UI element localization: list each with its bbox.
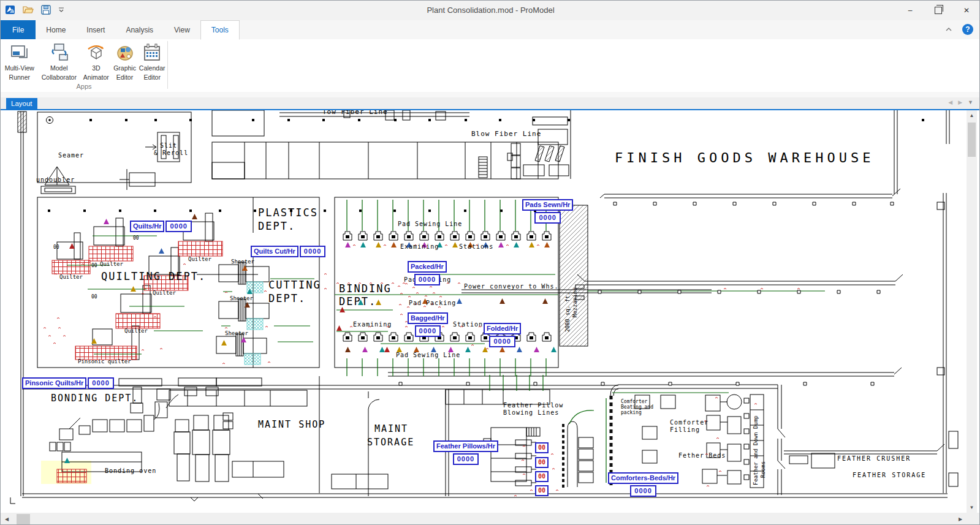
label-pinsonic-quilter: Pinsonic quilter [78,359,131,365]
layout-canvas[interactable]: Tow Fiber Line Blow Fiber Line Seamer un… [1,110,967,513]
label-quilting-dept: QUILTING DEPT. [101,271,206,282]
scroll-right-icon[interactable]: ▶ [954,513,967,525]
label-zeros: 00 [91,295,97,300]
restore-icon [935,7,942,14]
tab-scroll-right-icon[interactable]: ▶ [958,99,962,105]
help-button[interactable]: ? [962,24,973,35]
counter-quilts-cut-hr[interactable]: Quilts Cut/Hr 0000 [251,246,325,257]
label-mezzanine: 2000 sq. ft. [565,292,571,332]
label-comforter-filling: Filling [670,426,700,433]
app-label: Model [50,64,68,72]
tab-file[interactable]: File [1,20,36,39]
label-dump-rooms: Feather and Down Dump [753,415,759,485]
label-plastics-dept: DEPT. [258,221,295,232]
label-binding-dept: BINDING [339,283,392,295]
label-comforter-beating: packing [621,410,642,416]
counter-label: Bagged/Hr [408,312,448,324]
counter-label: Comforters-Beds/Hr [608,472,678,484]
tab-view[interactable]: View [164,20,200,39]
scroll-down-icon[interactable]: ▼ [967,502,977,513]
sheeter-pallets [245,282,263,364]
tab-analysis[interactable]: Analysis [115,20,164,39]
label-bonding-dept: BONDING DEPT. [51,393,139,404]
tab-insert[interactable]: Insert [76,20,115,39]
ribbon-body: Multi-View Runner Model Collaborator 3D … [1,39,980,93]
close-button[interactable]: ✕ [952,1,980,20]
coll apse-ribbon-icon[interactable] [945,26,952,32]
group-separator [167,41,168,89]
counter-feather-pillows-hr[interactable]: Feather Pillows/Hr 0000 [433,440,498,465]
tab-layout[interactable]: Layout [6,98,37,109]
counter-bagged-hr[interactable]: Bagged/Hr 0000 [408,312,448,337]
promodel-window: Plant Consolidation.mod - ProModel – ✕ F… [0,0,980,525]
counter-value: 0000 [300,246,325,257]
label-fether-beds: Fether Beds [678,452,726,459]
label-maint-storage: MAINT [374,424,408,434]
model-collaborator-icon [49,43,69,62]
vertical-scroll-thumb[interactable] [968,123,976,157]
label-feather-pillow: Blowing Lines [503,409,559,416]
counter-value: 0000 [165,221,191,232]
calendar-editor-icon [142,43,162,62]
counter-label: Folded/Hr [484,323,521,334]
label-tow-fiber-line: Tow Fiber Line [322,110,388,116]
label-examining: Examining [400,243,439,250]
label-sheeter: Sheeter [225,331,248,337]
horizontal-scroll-thumb[interactable] [17,514,30,524]
label-seamer: Seamer [58,152,84,159]
graphic-editor-icon [115,43,135,62]
label-pad-packing: Pad Packing [409,300,456,306]
label-sheeter: Sheeter [230,296,253,302]
tab-home[interactable]: Home [36,20,76,39]
label-cutting-dept: DEPT. [268,293,306,304]
app-label: Runner [9,74,30,81]
tab-scroll-left-icon[interactable]: ◀ [948,99,952,105]
horizontal-scrollbar[interactable]: ◀ ▶ [1,513,967,525]
label-dump-rooms: Rooms [761,461,767,478]
restore-button[interactable] [924,1,952,20]
multi-view-runner-button[interactable]: Multi-View Runner [2,42,37,81]
counter-pads-sewn-hr[interactable]: Pads Sewn/Hr 0000 [522,199,573,224]
app-label: Editor [116,74,133,81]
model-collaborator-button[interactable]: Model Collaborator [37,42,81,81]
label-quilter: Quilter [188,257,211,263]
mini-counter[interactable]: 00 [535,485,549,496]
label-quilter: Quilter [124,328,148,334]
app-label: 3D [92,64,100,72]
app-label: Editor [143,74,160,81]
mini-counter[interactable]: 00 [535,457,549,468]
vertical-scrollbar[interactable]: ▲ ▼ [967,110,977,513]
label-undoubler: undoubler [36,176,75,183]
label-blow-fiber-line: Blow Fiber Line [471,130,541,138]
mini-counter[interactable]: 00 [535,442,549,453]
calendar-editor-button[interactable]: Calendar Editor [138,42,166,81]
label-pad-sewing-line: Pad Sewing Line [398,221,462,227]
minimize-button[interactable]: – [896,1,924,20]
3d-animator-button[interactable]: 3D Animator [81,42,112,81]
tab-tools[interactable]: Tools [200,20,240,40]
app-label: Animator [83,74,109,81]
mezzanine [560,205,588,346]
counter-pinsonic-quilts-hr[interactable]: Pinsonic Quilts/Hr 0000 [22,377,114,389]
counter-packed-hr[interactable]: Packed/Hr 0000 [408,261,447,285]
counter-label: Feather Pillows/Hr [433,440,498,452]
scroll-up-icon[interactable]: ▲ [967,110,977,121]
scrollbar-corner [967,513,980,525]
counter-value: 0000 [630,485,656,497]
counter-label: Pinsonic Quilts/Hr [22,377,86,389]
mini-counter[interactable]: 00 [535,471,549,482]
tab-list-dropdown-icon[interactable]: ▼ [968,99,973,105]
graphic-editor-button[interactable]: Graphic Editor [112,42,139,81]
label-quilter: Quilter [100,262,123,268]
counter-comforters-beds-hr[interactable]: Comforters-Beds/Hr 0000 [608,472,678,497]
title-bar: Plant Consolidation.mod - ProModel – ✕ [1,1,980,20]
label-maint-storage: STORAGE [367,437,414,448]
label-slit: Slit [160,142,177,149]
3d-animator-icon [86,43,106,62]
counter-quilts-hr[interactable]: Quilts/Hr 0000 [130,221,192,232]
label-maint-shop: MAINT SHOP [258,420,325,430]
counter-folded-hr[interactable]: Folded/Hr 0000 [484,323,521,347]
apps-group-label: Apps [2,83,166,90]
label-zeros: 00 [91,263,97,269]
scroll-left-icon[interactable]: ◀ [1,513,13,525]
